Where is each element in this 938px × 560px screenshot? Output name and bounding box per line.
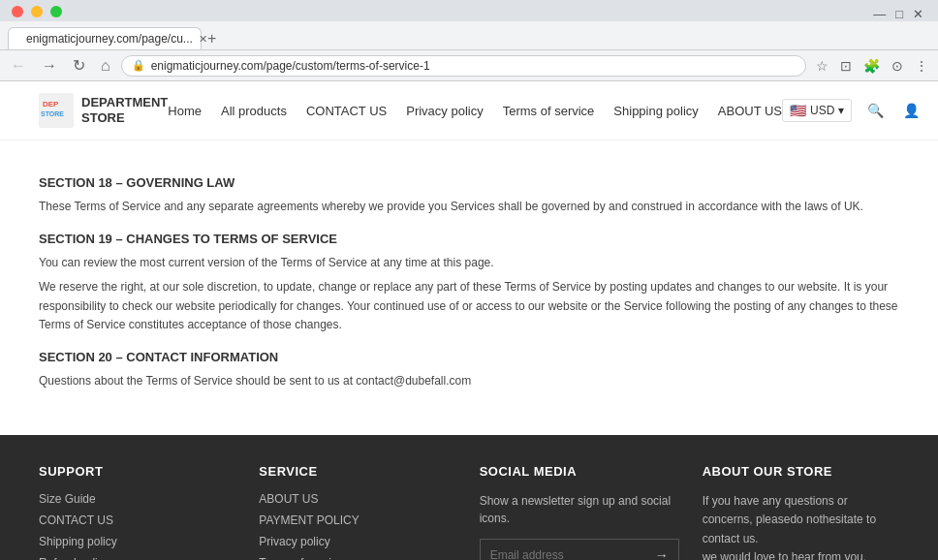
window-right-controls[interactable]: — □ ✕ xyxy=(870,7,926,21)
logo[interactable]: DEP STORE DEPARTMENT STORE xyxy=(39,93,168,128)
footer-refund-link[interactable]: Refund policy xyxy=(39,556,235,560)
browser-tab-bar: enigmaticjourney.com/page/cu... ✕ + xyxy=(0,21,938,50)
section-20-body: Questions about the Terms of Service sho… xyxy=(39,372,899,390)
home-button[interactable]: ⌂ xyxy=(96,55,115,77)
reading-mode-icon[interactable]: ⊡ xyxy=(836,56,856,76)
win-close-icon[interactable]: ✕ xyxy=(910,7,926,21)
close-window-button[interactable] xyxy=(12,6,23,17)
about-text-2: we would love to hear from you, contact … xyxy=(703,548,899,560)
nav-all-products[interactable]: All products xyxy=(221,104,287,118)
footer-contact-link[interactable]: CONTACT US xyxy=(39,513,235,527)
toolbar-actions: ☆ ⊡ 🧩 ⊙ ⋮ xyxy=(812,56,932,76)
section-20-title: SECTION 20 – CONTACT INFORMATION xyxy=(39,350,899,364)
url-text: enigmaticjourney.com/page/custom/terms-o… xyxy=(151,59,430,73)
nav-terms[interactable]: Terms of service xyxy=(503,104,595,118)
browser-toolbar: ← → ↻ ⌂ 🔒 enigmaticjourney.com/page/cust… xyxy=(0,50,938,81)
email-signup-form: → xyxy=(480,539,679,560)
main-content: SECTION 18 – GOVERNING LAW These Terms o… xyxy=(0,140,938,435)
profile-picture-icon[interactable]: ⊙ xyxy=(888,56,907,76)
nav-contact[interactable]: CONTACT US xyxy=(306,104,387,118)
footer-service-col: SERVICE ABOUT US PAYMENT POLICY Privacy … xyxy=(259,464,455,560)
nav-privacy[interactable]: Privacy policy xyxy=(406,104,483,118)
footer-privacy-link[interactable]: Privacy policy xyxy=(259,535,455,548)
section-19-body1: You can review the most current version … xyxy=(39,254,899,272)
tab-title: enigmaticjourney.com/page/cu... xyxy=(26,32,193,46)
main-nav: Home All products CONTACT US Privacy pol… xyxy=(168,104,782,118)
reload-button[interactable]: ↻ xyxy=(68,54,90,77)
site-header: DEP STORE DEPARTMENT STORE Home All prod… xyxy=(0,81,938,140)
currency-chevron-icon: ▾ xyxy=(838,104,844,117)
service-col-title: SERVICE xyxy=(259,464,455,479)
footer-shipping-link[interactable]: Shipping policy xyxy=(39,535,235,548)
email-submit-button[interactable]: → xyxy=(645,540,678,560)
logo-icon: DEP STORE xyxy=(39,93,74,128)
footer-terms-link[interactable]: Terms of service xyxy=(259,556,455,560)
back-button[interactable]: ← xyxy=(6,55,31,77)
section-18: SECTION 18 – GOVERNING LAW These Terms o… xyxy=(39,175,899,216)
site-footer: SUPPORT Size Guide CONTACT US Shipping p… xyxy=(0,435,938,560)
footer-size-guide-link[interactable]: Size Guide xyxy=(39,492,235,506)
section-18-body: These Terms of Service and any separate … xyxy=(39,198,899,216)
window-controls[interactable] xyxy=(12,6,62,17)
footer-about-col: About our store If you have any question… xyxy=(703,464,899,560)
header-actions: 🇺🇸 USD ▾ 🔍 👤 🛒 xyxy=(782,99,938,122)
forward-button[interactable]: → xyxy=(37,55,62,77)
new-tab-button[interactable]: + xyxy=(202,30,222,47)
extensions-icon[interactable]: 🧩 xyxy=(860,56,884,76)
svg-text:DEP: DEP xyxy=(43,100,59,109)
footer-payment-link[interactable]: PAYMENT POLICY xyxy=(259,513,455,527)
address-bar[interactable]: 🔒 enigmaticjourney.com/page/custom/terms… xyxy=(121,55,806,77)
footer-about-link[interactable]: ABOUT US xyxy=(259,492,455,506)
nav-about[interactable]: ABOUT US xyxy=(718,104,782,118)
about-col-title: About our store xyxy=(703,464,899,479)
active-tab[interactable]: enigmaticjourney.com/page/cu... ✕ xyxy=(8,27,202,49)
minimize-window-button[interactable] xyxy=(31,6,43,17)
maximize-window-button[interactable] xyxy=(50,6,62,17)
menu-icon[interactable]: ⋮ xyxy=(911,56,932,76)
browser-chrome-top: — □ ✕ xyxy=(0,0,938,21)
section-20: SECTION 20 – CONTACT INFORMATION Questio… xyxy=(39,350,899,390)
flag-icon: 🇺🇸 xyxy=(790,103,806,118)
section-19-title: SECTION 19 – CHANGES TO TERMS OF SERVICE xyxy=(39,232,899,246)
nav-shipping[interactable]: Shipping policy xyxy=(613,104,698,118)
footer-support-col: SUPPORT Size Guide CONTACT US Shipping p… xyxy=(39,464,235,560)
svg-text:STORE: STORE xyxy=(41,110,64,117)
section-18-title: SECTION 18 – GOVERNING LAW xyxy=(39,175,899,190)
section-19-body2: We reserve the right, at our sole discre… xyxy=(39,278,899,334)
bookmark-star-icon[interactable]: ☆ xyxy=(812,56,832,76)
win-minimize-icon[interactable]: — xyxy=(870,7,889,21)
email-input[interactable] xyxy=(481,540,645,560)
footer-social-col: Social media Show a newsletter sign up a… xyxy=(480,464,679,560)
lock-icon: 🔒 xyxy=(132,59,145,72)
account-icon[interactable]: 👤 xyxy=(899,101,923,120)
win-restore-icon[interactable]: □ xyxy=(892,7,906,21)
social-col-title: Social media xyxy=(480,464,679,479)
support-col-title: SUPPORT xyxy=(39,464,235,479)
currency-selector[interactable]: 🇺🇸 USD ▾ xyxy=(782,99,852,122)
section-19: SECTION 19 – CHANGES TO TERMS OF SERVICE… xyxy=(39,232,899,334)
nav-home[interactable]: Home xyxy=(168,104,202,118)
footer-grid: SUPPORT Size Guide CONTACT US Shipping p… xyxy=(39,464,899,560)
tab-list: enigmaticjourney.com/page/cu... ✕ + xyxy=(8,27,930,49)
search-icon[interactable]: 🔍 xyxy=(863,101,888,120)
currency-label: USD xyxy=(810,104,834,117)
social-description: Show a newsletter sign up and social ico… xyxy=(480,492,679,527)
logo-text: DEPARTMENT STORE xyxy=(81,95,168,125)
about-text-1: If you have any questions or concerns, p… xyxy=(703,492,899,548)
